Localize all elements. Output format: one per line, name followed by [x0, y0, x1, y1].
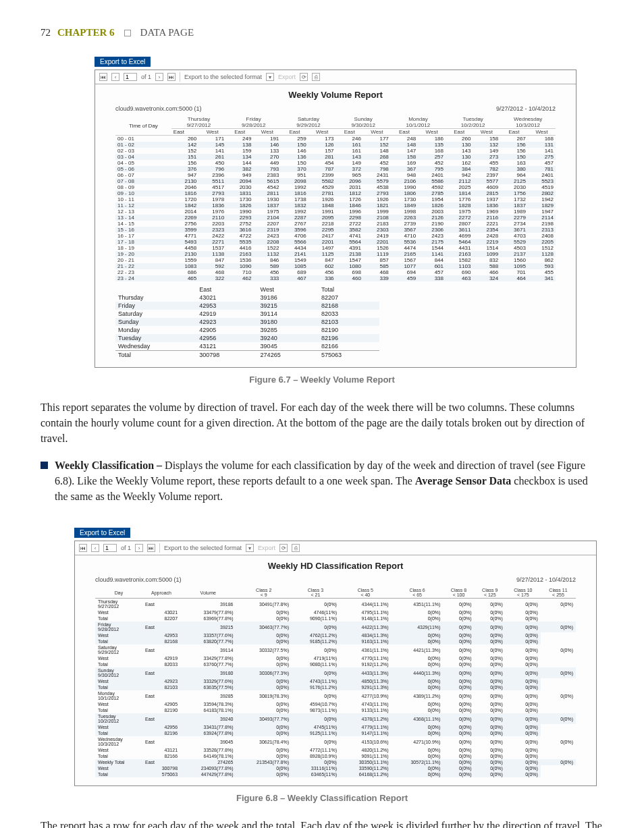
format-dropdown-icon[interactable]: ▾: [266, 73, 274, 81]
bullet-title: Weekly Classification –: [55, 460, 162, 471]
print-icon[interactable]: ⎙: [292, 544, 300, 552]
prev-page-icon[interactable]: ‹: [91, 544, 99, 552]
print-icon[interactable]: ⎙: [312, 73, 320, 81]
export-format-label: Export to the selected format: [184, 74, 262, 80]
figure-caption-2: Figure 6.8 – Weekly Classification Repor…: [41, 793, 603, 803]
weekly-classification-bullet: Weekly Classification – Displays the vol…: [55, 458, 603, 505]
last-page-icon[interactable]: ⏭: [167, 73, 176, 81]
export-to-excel-button[interactable]: Export to Excel: [95, 57, 151, 67]
weekly-classification-report-box: ⏮ ‹ of 1 › ⏭ Export to the selected form…: [74, 541, 597, 786]
report-title: Weekly Volume Report: [95, 84, 576, 103]
export-to-excel-button-2[interactable]: Export to Excel: [74, 528, 130, 538]
classification-table: DayApproachVolumeClass 2< 9Class 3< 21Cl…: [95, 587, 576, 777]
of-label: of 1: [121, 545, 131, 551]
next-page-icon[interactable]: ›: [135, 544, 143, 552]
square-ornament: [124, 30, 131, 36]
server-label-2: cloud9.wavetronix.com:5000 (1): [95, 576, 182, 583]
last-page-icon[interactable]: ⏭: [147, 544, 155, 552]
paragraph-2: The report has a row for each day of the…: [41, 818, 603, 828]
figure-caption-1: Figure 6.7 – Weekly Volume Report: [41, 375, 603, 385]
page-number: 72: [41, 27, 51, 38]
first-page-icon[interactable]: ⏮: [79, 544, 87, 552]
report-title-2: Weekly HD Classification Report: [75, 555, 596, 574]
server-label: cloud9.wavetronix.com:5000 (1): [115, 105, 202, 112]
chapter-label: CHAPTER 6: [57, 27, 115, 38]
report-toolbar: ⏮ ‹ of 1 › ⏭ Export to the selected form…: [95, 70, 576, 84]
bullet-square-icon: [41, 462, 48, 469]
chapter-title: DATA PAGE: [140, 27, 194, 38]
export-label: Export: [278, 74, 296, 80]
page-input[interactable]: [124, 73, 137, 81]
first-page-icon[interactable]: ⏮: [99, 73, 107, 81]
average-sensor-data: Average Sensor Data: [415, 475, 512, 487]
date-range: 9/27/2012 - 10/4/2012: [496, 105, 556, 112]
export-label: Export: [258, 545, 275, 551]
summary-table: EastWestTotalThursday430213918682207Frid…: [115, 285, 379, 359]
volume-table: Time of DayThursday9/27/2012Friday9/28/2…: [115, 116, 556, 281]
prev-page-icon[interactable]: ‹: [111, 73, 119, 81]
date-range-2: 9/27/2012 - 10/4/2012: [516, 576, 576, 583]
weekly-volume-report-box: ⏮ ‹ of 1 › ⏭ Export to the selected form…: [95, 70, 576, 368]
page-header: 72 CHAPTER 6 DATA PAGE: [41, 27, 603, 38]
of-label: of 1: [141, 74, 151, 80]
next-page-icon[interactable]: ›: [155, 73, 163, 81]
refresh-icon[interactable]: ⟳: [300, 73, 308, 81]
paragraph-1: This report separates the volume by dire…: [41, 399, 603, 447]
refresh-icon[interactable]: ⟳: [279, 544, 288, 552]
format-dropdown-icon[interactable]: ▾: [246, 544, 254, 552]
export-format-label: Export to the selected format: [164, 545, 242, 551]
page-input[interactable]: [103, 544, 117, 552]
report-toolbar-2: ⏮ ‹ of 1 › ⏭ Export to the selected form…: [75, 541, 596, 555]
